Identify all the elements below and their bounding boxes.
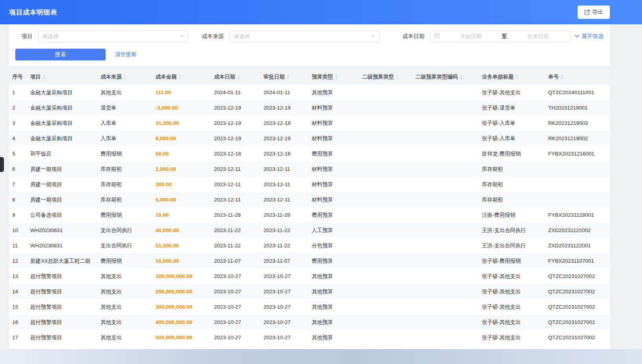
table-cell: 2023-10-27 (211, 330, 260, 345)
table-cell: 5,000.00 (152, 192, 211, 207)
sort-icon (178, 74, 182, 80)
table-cell (359, 238, 412, 253)
table-cell: 14 (9, 284, 27, 299)
table-cell: 入库单 (97, 131, 152, 146)
table-cell: FYBX20231107001 (545, 253, 610, 269)
side-drawer-handle[interactable] (0, 157, 4, 172)
search-button[interactable]: 搜索 (15, 49, 106, 60)
column-header-2[interactable]: 成本来源 (97, 69, 152, 85)
table-cell: 2023-12-19 (211, 115, 260, 131)
table-cell: 分包预算 (309, 238, 359, 253)
table-cell: 2023-10-27 (211, 284, 260, 299)
table-cell: QTZC20231027002 (545, 330, 610, 345)
table-cell: 金融大厦采购项目 (27, 85, 97, 100)
table-cell: 6,000.00 (152, 131, 211, 146)
table-cell (359, 131, 412, 146)
sort-icon (286, 74, 290, 80)
sort-icon (459, 74, 463, 80)
page-title: 项目成本明细表 (9, 8, 57, 17)
table-row: 4金融大厦采购项目入库单6,000.002023-12-192023-12-19… (9, 131, 610, 146)
sort-icon (515, 74, 519, 80)
table-row: 17超付预警项目其他支出500,000,000.002023-10-272023… (9, 330, 610, 345)
table-cell (412, 100, 479, 115)
table-cell (412, 131, 479, 146)
table-cell: 2023-12-16 (211, 146, 260, 161)
table-cell: 房建一期项目 (27, 192, 97, 207)
table-cell: 3 (9, 115, 27, 131)
top-header: 项目成本明细表 导出 (0, 0, 642, 24)
table-cell: 其他预算 (309, 85, 359, 100)
export-icon (584, 9, 590, 15)
sort-icon (123, 74, 127, 80)
table-cell: 2023-11-22 (211, 238, 260, 253)
table-cell: 王洪-支出合同执行 (479, 238, 545, 253)
column-header-label: 序号 (12, 73, 23, 80)
table-row: 3金融大厦采购项目入库单31,200.002023-12-192023-12-1… (9, 115, 610, 131)
table-cell: 2023-10-27 (211, 299, 260, 315)
column-header-label: 单号 (548, 73, 559, 80)
column-header-10[interactable]: 单号 (545, 69, 610, 85)
date-filter-label: 成本日期 (400, 33, 424, 40)
table-cell (412, 161, 479, 177)
table-cell: 2023-11-07 (260, 253, 309, 269)
table-cell: 2023-12-19 (260, 115, 309, 131)
table-cell (545, 161, 610, 177)
table-cell: 2023-10-27 (260, 315, 309, 330)
column-header-5[interactable]: 审批日期 (260, 69, 309, 85)
table-cell: 2023-10-27 (260, 330, 309, 345)
table-row: 14超付预警项目其他支出200,000,000.002023-10-272023… (9, 284, 610, 299)
table-cell (412, 192, 479, 207)
expand-filters-link[interactable]: 展开筛选 (574, 33, 604, 40)
column-header-label: 业务单据标题 (482, 73, 514, 80)
start-date-input[interactable]: 开始日期 (442, 33, 499, 40)
project-select[interactable]: 请选择 (38, 31, 188, 42)
project-select-placeholder: 请选择 (42, 33, 59, 40)
table-cell: 汪振-费用报销 (479, 207, 545, 223)
table-cell: 其他支出 (97, 284, 152, 299)
table-cell: FYBX20231216001 (545, 146, 610, 161)
table-cell: 材料预算 (309, 192, 359, 207)
sort-icon (237, 74, 240, 80)
date-range-picker[interactable]: 开始日期 至 结束日期 (430, 31, 571, 42)
column-header-9[interactable]: 业务单据标题 (479, 69, 545, 85)
clear-search-link[interactable]: 清空搜索 (115, 51, 136, 58)
table-cell: 房建一期项目 (27, 161, 97, 177)
export-button[interactable]: 导出 (578, 5, 610, 19)
column-header-4[interactable]: 成本日期 (211, 69, 260, 85)
table-cell: 张子硕-入库单 (479, 115, 545, 131)
column-header-1[interactable]: 项目 (27, 69, 97, 85)
column-header-7[interactable]: 二级预算类型 (359, 69, 412, 85)
end-date-input[interactable]: 结束日期 (509, 33, 567, 40)
table-cell: 7 (9, 177, 27, 192)
table-cell: RK20231219002 (545, 131, 610, 146)
table-cell: 16 (9, 315, 27, 330)
table-cell (412, 269, 479, 284)
chevron-down-icon (371, 33, 375, 40)
table-cell: 15 (9, 299, 27, 315)
table-cell: 张子硕-费用报销 (479, 253, 545, 269)
table-cell: 张子硕-其他支出 (479, 315, 545, 330)
column-header-8[interactable]: 二级预算类型编码 (412, 69, 479, 85)
table-cell: 11 (9, 238, 27, 253)
column-header-label: 成本日期 (214, 73, 235, 80)
table-cell: 13 (9, 269, 27, 284)
table-cell (359, 207, 412, 223)
table-header-row: 序号项目成本来源成本金额成本日期审批日期预算类型二级预算类型二级预算类型编码业务… (9, 69, 610, 85)
table-cell: 超付预警项目 (27, 330, 97, 345)
source-select[interactable]: 请选择 (229, 31, 380, 42)
table-cell: 库存期初 (479, 192, 545, 207)
table-cell: QTZC20231027002 (545, 315, 610, 330)
column-header-label: 预算类型 (312, 73, 333, 80)
table-cell (412, 284, 479, 299)
table-cell: 2023-11-07 (211, 253, 260, 269)
table-cell: 500,000,000.00 (152, 330, 211, 345)
column-header-label: 二级预算类型编码 (415, 73, 458, 80)
column-header-6[interactable]: 预算类型 (309, 69, 359, 85)
table-cell: QTZC20231027002 (545, 269, 610, 284)
table-cell: 40,000.00 (152, 223, 211, 238)
table-cell: 超付预警项目 (27, 269, 97, 284)
table-row: 16超付预警项目其他支出400,000,000.002023-10-272023… (9, 315, 610, 330)
column-header-3[interactable]: 成本金额 (152, 69, 211, 85)
table-row: 9公司备选项目费用报销10.002023-11-282023-11-28费用预算… (9, 207, 610, 223)
sort-icon (560, 74, 564, 80)
